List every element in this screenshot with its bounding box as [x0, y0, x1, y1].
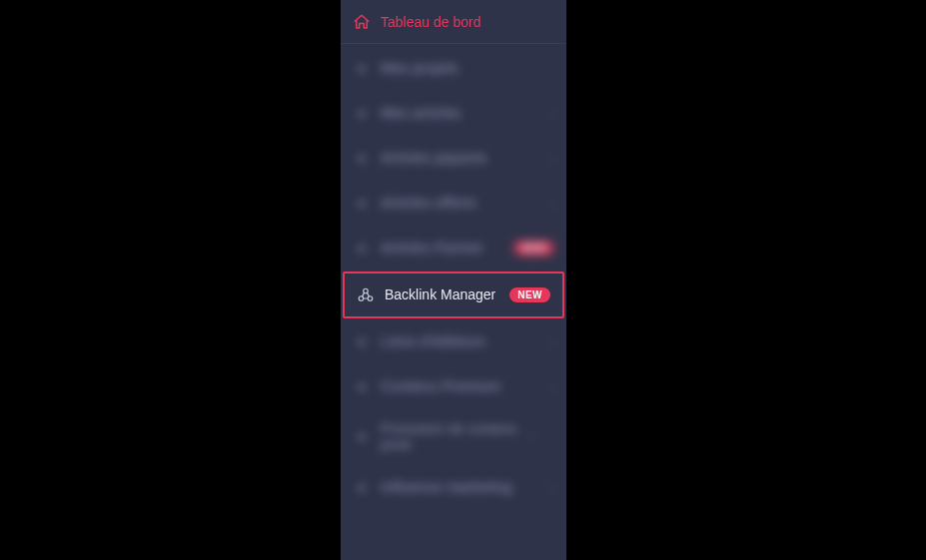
projects-icon	[353, 60, 371, 78]
sidebar: Tableau de bord Mes projets Mes articles…	[341, 0, 566, 560]
sidebar-menu: Mes projets Mes articles › Articles paya…	[341, 44, 566, 560]
sidebar-item-articles-partner[interactable]: Articles Partner NEW	[341, 226, 566, 271]
sidebar-item-contenu-premium[interactable]: Contenu Premium ›	[341, 364, 566, 409]
sidebar-item-label: Mes projets	[381, 60, 554, 77]
paid-icon	[353, 150, 371, 168]
sidebar-item-backlink-manager[interactable]: Backlink Manager NEW	[343, 272, 564, 318]
dashboard-label: Tableau de bord	[381, 14, 480, 30]
sidebar-item-liens-editeurs[interactable]: Liens d'éditeurs ›	[341, 319, 566, 364]
chevron-right-icon: ›	[550, 108, 554, 120]
home-icon	[353, 13, 371, 31]
chevron-right-icon: ›	[550, 336, 554, 348]
gift-icon	[353, 195, 371, 213]
sidebar-item-influence-marketing[interactable]: Influence marketing ›	[341, 465, 566, 510]
sidebar-item-dashboard[interactable]: Tableau de bord	[341, 0, 566, 44]
articles-icon	[353, 105, 371, 123]
sidebar-item-label: Backlink Manager	[385, 286, 499, 303]
sidebar-item-label: Influence marketing	[381, 479, 540, 496]
chevron-right-icon: ›	[550, 153, 554, 165]
sidebar-item-label: Promotion de contenu privé	[381, 421, 520, 454]
sidebar-item-mes-articles[interactable]: Mes articles ›	[341, 91, 566, 136]
chevron-right-icon: ›	[550, 198, 554, 210]
chevron-right-icon: ›	[550, 482, 554, 494]
link-cluster-icon	[357, 286, 375, 304]
sidebar-item-label: Contenu Premium	[381, 378, 540, 395]
partner-icon	[353, 240, 371, 258]
sidebar-item-label: Articles offerts	[381, 195, 540, 212]
influence-icon	[353, 479, 371, 497]
sidebar-item-label: Articles payants	[381, 150, 540, 167]
new-badge: NEW	[509, 287, 550, 302]
sidebar-item-articles-offerts[interactable]: Articles offerts ›	[341, 181, 566, 226]
premium-icon	[353, 378, 371, 396]
sidebar-item-label: Mes articles	[381, 105, 540, 122]
new-badge: NEW	[513, 241, 554, 256]
sidebar-item-promotion-contenu-prive[interactable]: Promotion de contenu privé ›	[341, 409, 566, 465]
chevron-right-icon: ›	[530, 431, 534, 443]
sidebar-item-label: Liens d'éditeurs	[381, 333, 540, 350]
promo-icon	[353, 428, 371, 446]
sidebar-item-label: Articles Partner	[381, 240, 503, 257]
chevron-right-icon: ›	[550, 381, 554, 393]
sidebar-item-articles-payants[interactable]: Articles payants ›	[341, 136, 566, 181]
sidebar-item-mes-projets[interactable]: Mes projets	[341, 46, 566, 91]
link-icon	[353, 333, 371, 351]
